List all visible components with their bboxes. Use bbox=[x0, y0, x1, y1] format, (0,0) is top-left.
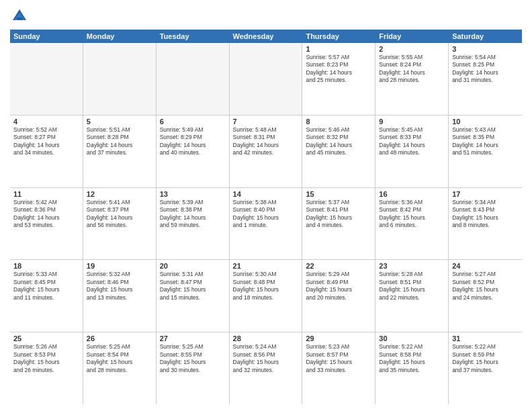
day-number: 23 bbox=[379, 262, 445, 270]
day-info: Sunrise: 5:54 AM Sunset: 8:25 PM Dayligh… bbox=[452, 54, 519, 85]
day-number: 20 bbox=[160, 262, 226, 270]
day-number: 27 bbox=[160, 334, 226, 342]
day-number: 14 bbox=[233, 190, 299, 198]
day-info: Sunrise: 5:26 AM Sunset: 8:53 PM Dayligh… bbox=[13, 343, 79, 374]
table-row: 27Sunrise: 5:25 AM Sunset: 8:55 PM Dayli… bbox=[157, 332, 230, 404]
calendar-header: SundayMondayTuesdayWednesdayThursdayFrid… bbox=[10, 30, 522, 43]
day-info: Sunrise: 5:42 AM Sunset: 8:36 PM Dayligh… bbox=[13, 199, 79, 230]
day-number: 7 bbox=[233, 118, 299, 126]
table-row bbox=[230, 43, 303, 115]
table-row: 24Sunrise: 5:27 AM Sunset: 8:52 PM Dayli… bbox=[449, 260, 522, 332]
table-row: 6Sunrise: 5:49 AM Sunset: 8:29 PM Daylig… bbox=[157, 116, 230, 187]
day-info: Sunrise: 5:43 AM Sunset: 8:35 PM Dayligh… bbox=[452, 126, 519, 157]
day-number: 26 bbox=[87, 334, 152, 342]
day-number: 3 bbox=[452, 45, 519, 53]
calendar-body: 1Sunrise: 5:57 AM Sunset: 8:23 PM Daylig… bbox=[10, 43, 522, 404]
day-info: Sunrise: 5:55 AM Sunset: 8:24 PM Dayligh… bbox=[379, 54, 445, 85]
day-number: 25 bbox=[13, 334, 79, 342]
day-number: 8 bbox=[306, 118, 371, 126]
day-info: Sunrise: 5:24 AM Sunset: 8:56 PM Dayligh… bbox=[233, 343, 299, 374]
header-day-wednesday: Wednesday bbox=[230, 30, 303, 43]
header-day-sunday: Sunday bbox=[10, 30, 83, 43]
day-number: 2 bbox=[379, 45, 445, 53]
day-number: 12 bbox=[87, 190, 152, 198]
table-row: 31Sunrise: 5:22 AM Sunset: 8:59 PM Dayli… bbox=[449, 332, 522, 404]
table-row: 29Sunrise: 5:23 AM Sunset: 8:57 PM Dayli… bbox=[302, 332, 375, 404]
table-row bbox=[10, 43, 83, 115]
header-day-saturday: Saturday bbox=[449, 30, 522, 43]
day-info: Sunrise: 5:46 AM Sunset: 8:32 PM Dayligh… bbox=[306, 126, 371, 157]
day-info: Sunrise: 5:29 AM Sunset: 8:49 PM Dayligh… bbox=[306, 271, 371, 302]
day-info: Sunrise: 5:22 AM Sunset: 8:58 PM Dayligh… bbox=[379, 343, 445, 374]
day-number: 15 bbox=[306, 190, 371, 198]
day-info: Sunrise: 5:52 AM Sunset: 8:27 PM Dayligh… bbox=[13, 126, 79, 157]
day-number: 5 bbox=[87, 118, 152, 126]
day-info: Sunrise: 5:57 AM Sunset: 8:23 PM Dayligh… bbox=[306, 54, 371, 85]
table-row: 25Sunrise: 5:26 AM Sunset: 8:53 PM Dayli… bbox=[10, 332, 83, 404]
table-row: 15Sunrise: 5:37 AM Sunset: 8:41 PM Dayli… bbox=[302, 188, 375, 260]
table-row: 9Sunrise: 5:45 AM Sunset: 8:33 PM Daylig… bbox=[375, 116, 449, 187]
logo-icon bbox=[10, 7, 29, 26]
page: SundayMondayTuesdayWednesdayThursdayFrid… bbox=[0, 0, 532, 411]
table-row: 13Sunrise: 5:39 AM Sunset: 8:38 PM Dayli… bbox=[157, 188, 230, 260]
day-info: Sunrise: 5:37 AM Sunset: 8:41 PM Dayligh… bbox=[306, 199, 371, 230]
day-info: Sunrise: 5:51 AM Sunset: 8:28 PM Dayligh… bbox=[87, 126, 152, 157]
calendar-row-1: 4Sunrise: 5:52 AM Sunset: 8:27 PM Daylig… bbox=[10, 116, 522, 188]
table-row: 21Sunrise: 5:30 AM Sunset: 8:48 PM Dayli… bbox=[230, 260, 303, 332]
day-number: 21 bbox=[233, 262, 299, 270]
day-number: 4 bbox=[13, 118, 79, 126]
table-row: 1Sunrise: 5:57 AM Sunset: 8:23 PM Daylig… bbox=[302, 43, 375, 115]
day-info: Sunrise: 5:48 AM Sunset: 8:31 PM Dayligh… bbox=[233, 126, 299, 157]
calendar-row-2: 11Sunrise: 5:42 AM Sunset: 8:36 PM Dayli… bbox=[10, 188, 522, 261]
day-info: Sunrise: 5:27 AM Sunset: 8:52 PM Dayligh… bbox=[452, 271, 519, 302]
day-info: Sunrise: 5:41 AM Sunset: 8:37 PM Dayligh… bbox=[87, 199, 152, 230]
day-number: 1 bbox=[306, 45, 371, 53]
day-info: Sunrise: 5:33 AM Sunset: 8:45 PM Dayligh… bbox=[13, 271, 79, 302]
day-number: 13 bbox=[160, 190, 226, 198]
day-info: Sunrise: 5:49 AM Sunset: 8:29 PM Dayligh… bbox=[160, 126, 226, 157]
day-info: Sunrise: 5:22 AM Sunset: 8:59 PM Dayligh… bbox=[452, 343, 519, 374]
day-info: Sunrise: 5:25 AM Sunset: 8:55 PM Dayligh… bbox=[160, 343, 226, 374]
svg-rect-3 bbox=[17, 17, 22, 20]
day-number: 10 bbox=[452, 118, 519, 126]
table-row: 4Sunrise: 5:52 AM Sunset: 8:27 PM Daylig… bbox=[10, 116, 83, 187]
day-number: 18 bbox=[13, 262, 79, 270]
day-info: Sunrise: 5:38 AM Sunset: 8:40 PM Dayligh… bbox=[233, 199, 299, 230]
day-info: Sunrise: 5:28 AM Sunset: 8:51 PM Dayligh… bbox=[379, 271, 445, 302]
table-row: 30Sunrise: 5:22 AM Sunset: 8:58 PM Dayli… bbox=[375, 332, 449, 404]
day-info: Sunrise: 5:39 AM Sunset: 8:38 PM Dayligh… bbox=[160, 199, 226, 230]
header-day-tuesday: Tuesday bbox=[157, 30, 230, 43]
table-row: 5Sunrise: 5:51 AM Sunset: 8:28 PM Daylig… bbox=[83, 116, 157, 187]
day-number: 17 bbox=[452, 190, 519, 198]
day-number: 16 bbox=[379, 190, 445, 198]
day-info: Sunrise: 5:34 AM Sunset: 8:43 PM Dayligh… bbox=[452, 199, 519, 230]
header-day-friday: Friday bbox=[375, 30, 449, 43]
day-info: Sunrise: 5:30 AM Sunset: 8:48 PM Dayligh… bbox=[233, 271, 299, 302]
day-info: Sunrise: 5:23 AM Sunset: 8:57 PM Dayligh… bbox=[306, 343, 371, 374]
table-row: 22Sunrise: 5:29 AM Sunset: 8:49 PM Dayli… bbox=[302, 260, 375, 332]
header-day-thursday: Thursday bbox=[302, 30, 375, 43]
table-row: 2Sunrise: 5:55 AM Sunset: 8:24 PM Daylig… bbox=[375, 43, 449, 115]
table-row: 17Sunrise: 5:34 AM Sunset: 8:43 PM Dayli… bbox=[449, 188, 522, 260]
table-row: 26Sunrise: 5:25 AM Sunset: 8:54 PM Dayli… bbox=[83, 332, 157, 404]
day-number: 30 bbox=[379, 334, 445, 342]
day-info: Sunrise: 5:32 AM Sunset: 8:46 PM Dayligh… bbox=[87, 271, 152, 302]
table-row bbox=[83, 43, 157, 115]
table-row: 7Sunrise: 5:48 AM Sunset: 8:31 PM Daylig… bbox=[230, 116, 303, 187]
table-row: 28Sunrise: 5:24 AM Sunset: 8:56 PM Dayli… bbox=[230, 332, 303, 404]
day-info: Sunrise: 5:36 AM Sunset: 8:42 PM Dayligh… bbox=[379, 199, 445, 230]
day-info: Sunrise: 5:45 AM Sunset: 8:33 PM Dayligh… bbox=[379, 126, 445, 157]
table-row bbox=[157, 43, 230, 115]
table-row: 8Sunrise: 5:46 AM Sunset: 8:32 PM Daylig… bbox=[302, 116, 375, 187]
day-number: 29 bbox=[306, 334, 371, 342]
day-number: 11 bbox=[13, 190, 79, 198]
day-number: 31 bbox=[452, 334, 519, 342]
calendar: SundayMondayTuesdayWednesdayThursdayFrid… bbox=[10, 30, 522, 404]
header bbox=[10, 7, 522, 26]
day-number: 19 bbox=[87, 262, 152, 270]
table-row: 18Sunrise: 5:33 AM Sunset: 8:45 PM Dayli… bbox=[10, 260, 83, 332]
table-row: 19Sunrise: 5:32 AM Sunset: 8:46 PM Dayli… bbox=[83, 260, 157, 332]
logo bbox=[10, 7, 30, 26]
day-info: Sunrise: 5:31 AM Sunset: 8:47 PM Dayligh… bbox=[160, 271, 226, 302]
table-row: 10Sunrise: 5:43 AM Sunset: 8:35 PM Dayli… bbox=[449, 116, 522, 187]
